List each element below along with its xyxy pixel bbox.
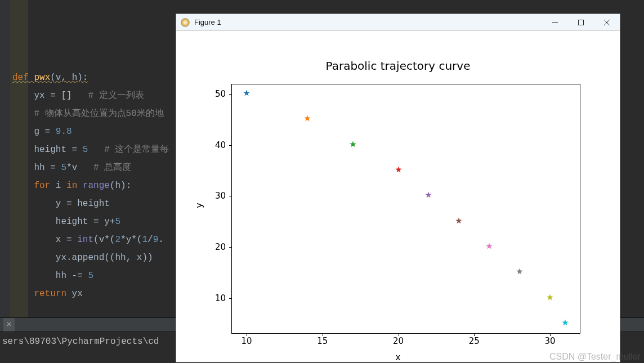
y-tick-mark (229, 94, 231, 95)
chart-axes (231, 84, 580, 334)
x-tick-mark (550, 334, 551, 336)
minimize-button[interactable] (542, 14, 568, 31)
code-text: (v*( (93, 235, 115, 245)
data-point-star-icon (516, 267, 524, 278)
x-tick-mark (474, 334, 475, 336)
x-tick-label: 10 (241, 336, 252, 346)
code-text: yx.append((hh, x)) (56, 253, 153, 263)
figure-window: Figure 1 Parabolic trajectory curve y x … (176, 14, 620, 362)
y-tick-mark (229, 196, 231, 196)
y-tick-mark (229, 298, 231, 299)
data-point-star-icon (455, 216, 463, 227)
code-text: hh = (34, 163, 61, 173)
code-text: . (158, 235, 164, 245)
function-name: pwx (34, 73, 50, 83)
code-text: / (147, 235, 153, 245)
number: 5 (83, 145, 88, 155)
number: 1 (142, 235, 147, 245)
close-button[interactable] (594, 14, 620, 31)
comment: # 这个是常量每 (104, 145, 169, 155)
terminal-path: sers\89703\PycharmProjects\cd (2, 337, 159, 347)
x-tick-label: 20 (393, 336, 404, 346)
builtin-range: range (77, 181, 110, 191)
comment: # 总高度 (93, 163, 131, 173)
editor-gutter (0, 0, 10, 363)
keyword-return: return (34, 289, 66, 299)
y-tick-label: 50 (215, 89, 226, 99)
keyword-in: in (66, 181, 77, 191)
params: (v, h): (50, 73, 88, 83)
y-axis-label: y (194, 203, 204, 208)
code-text: hh -= (56, 271, 88, 281)
x-tick-mark (323, 334, 323, 336)
comment: # 物体从高处位置为点50米的地 (34, 109, 163, 119)
data-point-star-icon (243, 89, 251, 100)
code-text: x = (56, 235, 77, 245)
y-tick-label: 10 (215, 293, 226, 303)
y-tick-label: 40 (215, 140, 226, 150)
number: 5 (115, 217, 120, 227)
code-text: yx = [] (34, 91, 71, 101)
data-point-star-icon (546, 293, 554, 303)
data-point-star-icon (303, 114, 311, 125)
plot-area: Parabolic trajectory curve y x 102030405… (176, 31, 620, 362)
keyword-for: for (34, 181, 50, 191)
x-tick-label: 15 (317, 336, 328, 346)
chart-title: Parabolic trajectory curve (176, 59, 620, 73)
code-text: *y*( (120, 235, 142, 245)
y-tick-mark (229, 145, 231, 146)
code-text: i (50, 181, 66, 191)
window-title: Figure 1 (194, 18, 542, 26)
titlebar[interactable]: Figure 1 (176, 14, 620, 31)
y-tick-mark (229, 247, 231, 248)
close-tab-button[interactable]: × (3, 318, 15, 331)
data-point-star-icon (424, 191, 432, 201)
code-text: g = (34, 127, 55, 137)
maximize-button[interactable] (568, 14, 594, 31)
number: 5 (61, 163, 66, 173)
x-tick-label: 30 (545, 336, 556, 346)
code-text: height = (34, 145, 82, 155)
number: 5 (88, 271, 93, 281)
code-text: (h): (110, 181, 131, 191)
data-point-star-icon (485, 241, 493, 252)
code-text: yx (66, 289, 83, 299)
x-tick-label: 25 (469, 336, 480, 346)
app-icon (181, 18, 190, 27)
data-point-star-icon (395, 165, 402, 176)
x-tick-mark (247, 334, 247, 336)
x-tick-mark (399, 334, 399, 336)
code-text: height = y+ (56, 217, 115, 227)
y-tick-label: 20 (215, 242, 226, 252)
builtin-int: int (77, 235, 93, 245)
svg-rect-1 (579, 20, 584, 25)
data-point-star-icon (561, 318, 569, 329)
code-text: y = height (56, 199, 110, 209)
number: 9.8 (56, 127, 72, 137)
comment: # 定义一列表 (88, 91, 144, 101)
number: 9 (153, 235, 159, 245)
code-text: *v (66, 163, 77, 173)
y-tick-label: 30 (215, 191, 226, 201)
data-point-star-icon (349, 140, 357, 150)
keyword-def: def (12, 73, 29, 83)
watermark: CSDN @Tester_muller (549, 352, 641, 362)
number: 2 (115, 235, 120, 245)
